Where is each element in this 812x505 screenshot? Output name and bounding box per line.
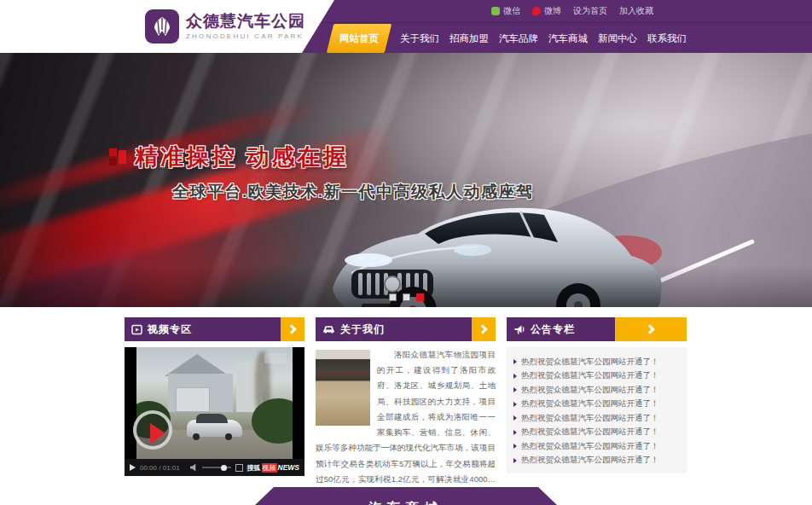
nav-item[interactable]: 关于我们 xyxy=(395,24,444,53)
nav-item[interactable]: 网站首页 xyxy=(327,24,392,53)
notice-panel-title: 公告专栏 xyxy=(531,322,575,337)
main-nav: 网站首页 关于我们 招商加盟 汽车品牌 汽车商城 新闻中心 联系我们 xyxy=(328,24,692,53)
video-panel: 视频专区 00:00 xyxy=(125,317,304,502)
house-roof xyxy=(165,354,229,376)
site-header: 微信 微博 设为首页 加入收藏 xyxy=(0,0,812,53)
about-panel: 关于我们 洛阳众德慧汽车物流园项目的开工，建设得到了洛阳市政府、洛龙区、城乡规划… xyxy=(316,317,496,502)
page: 微信 微博 设为首页 加入收藏 xyxy=(0,0,812,505)
nav-item[interactable]: 联系我们 xyxy=(642,24,692,53)
notice-item-text: 热烈祝贺众德慧汽车公园网站开通了！ xyxy=(521,427,659,438)
notice-item[interactable]: 热烈祝贺众德慧汽车公园网站开通了！ xyxy=(513,355,680,369)
red-squares-icon xyxy=(109,148,126,165)
bullet-arrow-icon xyxy=(513,402,517,407)
logo-wedge: 众德慧汽车公园 ZHONGDEHUI CAR PARK xyxy=(0,0,334,53)
banner-pagination xyxy=(0,293,812,301)
add-favorite-link[interactable]: 加入收藏 xyxy=(619,5,653,17)
notice-item-text: 热烈祝贺众德慧汽车公园网站开通了！ xyxy=(521,455,659,466)
notice-item[interactable]: 热烈祝贺众德慧汽车公园网站开通了！ xyxy=(513,369,680,384)
video-controls: 00:00 / 01:01 搜狐 视频 NEWS xyxy=(125,459,304,476)
banner-dot[interactable] xyxy=(416,293,424,301)
notice-item[interactable]: 热烈祝贺众德慧汽车公园网站开通了！ xyxy=(513,411,680,426)
play-button[interactable] xyxy=(133,410,172,450)
nav-item-label: 关于我们 xyxy=(400,33,439,44)
about-photo xyxy=(316,350,370,426)
next-section-title: 汽车商城 xyxy=(255,500,557,505)
site-logo[interactable]: 众德慧汽车公园 ZHONGDEHUI CAR PARK xyxy=(145,9,305,44)
notice-item[interactable]: 热烈祝贺众德慧汽车公园网站开通了！ xyxy=(513,383,680,398)
notice-item[interactable]: 热烈祝贺众德慧汽车公园网站开通了！ xyxy=(513,439,680,454)
topbar: 微信 微博 设为首页 加入收藏 xyxy=(491,0,653,22)
banner-dot[interactable] xyxy=(403,293,410,301)
nav-item-label: 网站首页 xyxy=(339,24,379,53)
notice-item-text: 热烈祝贺众德慧汽车公园网站开通了！ xyxy=(521,357,659,368)
fullscreen-icon[interactable] xyxy=(235,464,243,472)
brand-sohu: 搜狐 xyxy=(247,463,261,473)
logo-icon xyxy=(145,9,179,44)
notice-item-text: 热烈祝贺众德慧汽车公园网站开通了！ xyxy=(521,441,659,452)
volume-icon[interactable] xyxy=(190,464,198,472)
bullet-arrow-icon xyxy=(513,387,517,392)
about-more-button[interactable] xyxy=(472,317,496,341)
weibo-label: 微博 xyxy=(544,5,561,17)
notice-item[interactable]: 热烈祝贺众德慧汽车公园网站开通了！ xyxy=(513,426,680,440)
notice-panel: 公告专栏 热烈祝贺众德慧汽车公园网站开通了！ 热烈祝贺众德慧汽车公园网站开通了！… xyxy=(507,317,687,502)
bullet-arrow-icon xyxy=(513,430,517,435)
notice-item[interactable]: 热烈祝贺众德慧汽车公园网站开通了！ xyxy=(513,398,680,412)
brand-news: NEWS xyxy=(278,463,300,472)
wechat-link[interactable]: 微信 xyxy=(491,5,520,17)
video-panel-header: 视频专区 xyxy=(125,317,304,341)
wechat-label: 微信 xyxy=(503,5,520,17)
chevron-right-icon xyxy=(287,324,296,334)
about-panel-header: 关于我们 xyxy=(316,317,496,341)
notice-more-button[interactable] xyxy=(615,317,687,341)
set-home-link[interactable]: 设为首页 xyxy=(573,5,607,17)
bullet-arrow-icon xyxy=(513,374,517,379)
content-area: 视频专区 00:00 xyxy=(125,317,687,502)
video-player[interactable]: 00:00 / 01:01 搜狐 视频 NEWS xyxy=(125,347,304,476)
video-panel-title: 视频专区 xyxy=(148,322,192,337)
weibo-icon xyxy=(532,7,541,15)
nav-item-label: 汽车品牌 xyxy=(499,33,538,44)
banner-dot[interactable] xyxy=(389,293,397,301)
brand-video: 视频 xyxy=(262,463,277,473)
hero-banner: 精准操控 动感在握 全球平台.欧美技术.新一代中高级私人动感座驾 xyxy=(0,53,812,307)
volume-slider[interactable] xyxy=(202,467,231,468)
banner-headline: 精准操控 动感在握 xyxy=(135,142,349,172)
nav-item[interactable]: 汽车商城 xyxy=(543,24,593,53)
logo-subtitle: ZHONGDEHUI CAR PARK xyxy=(186,32,305,42)
megaphone-icon xyxy=(513,324,525,335)
chevron-right-icon xyxy=(478,324,487,334)
wechat-icon xyxy=(491,7,500,15)
notice-item-text: 热烈祝贺众德慧汽车公园网站开通了！ xyxy=(521,385,659,396)
video-time: 00:00 / 01:01 xyxy=(140,464,180,472)
next-section-ribbon: 汽车商城 xyxy=(255,487,557,505)
bullet-arrow-icon xyxy=(513,444,517,449)
bullet-arrow-icon xyxy=(513,458,517,463)
nav-item[interactable]: 招商加盟 xyxy=(444,24,494,53)
notice-panel-header: 公告专栏 xyxy=(507,317,687,341)
video-icon xyxy=(131,324,142,335)
nav-item-label: 联系我们 xyxy=(647,33,687,44)
bush xyxy=(252,398,293,443)
about-panel-title: 关于我们 xyxy=(340,322,385,337)
logo-title: 众德慧汽车公园 xyxy=(186,11,305,32)
logo-text: 众德慧汽车公园 ZHONGDEHUI CAR PARK xyxy=(186,11,305,42)
nav-item[interactable]: 汽车品牌 xyxy=(494,24,543,53)
car-icon xyxy=(322,324,335,334)
banner-subline: 全球平台.欧美技术.新一代中高级私人动感座驾 xyxy=(172,181,534,203)
notice-item-text: 热烈祝贺众德慧汽车公园网站开通了！ xyxy=(521,370,659,381)
watermark xyxy=(264,353,287,363)
weibo-link[interactable]: 微博 xyxy=(532,5,561,17)
bullet-arrow-icon xyxy=(513,359,517,364)
notice-list: 热烈祝贺众德慧汽车公园网站开通了！ 热烈祝贺众德慧汽车公园网站开通了！ 热烈祝贺… xyxy=(507,347,687,473)
play-icon[interactable] xyxy=(130,464,136,471)
video-brand: 搜狐 视频 NEWS xyxy=(247,463,300,473)
notice-item[interactable]: 热烈祝贺众德慧汽车公园网站开通了！ xyxy=(513,454,680,468)
nav-item[interactable]: 新闻中心 xyxy=(593,24,642,53)
nav-item-label: 新闻中心 xyxy=(598,33,637,44)
about-body: 洛阳众德慧汽车物流园项目的开工，建设得到了洛阳市政府、洛龙区、城乡规划局、土地局… xyxy=(316,347,496,502)
video-more-button[interactable] xyxy=(281,317,304,341)
bullet-arrow-icon xyxy=(513,415,517,421)
nav-item-label: 汽车商城 xyxy=(548,33,588,44)
banner-slogan: 精准操控 动感在握 全球平台.欧美技术.新一代中高级私人动感座驾 xyxy=(109,142,534,203)
